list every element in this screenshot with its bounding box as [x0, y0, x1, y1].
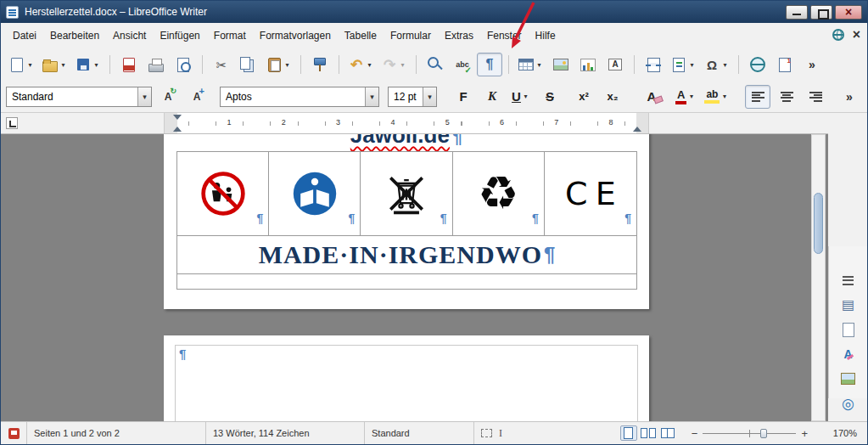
chevron-down-icon[interactable] [398, 61, 407, 69]
gallery-tab[interactable] [835, 370, 862, 387]
undo-button[interactable] [345, 53, 377, 76]
save-status[interactable] [1, 422, 26, 444]
insert-chart-button[interactable] [575, 53, 601, 76]
zoom-out-icon[interactable] [692, 427, 698, 440]
symbol-weee-crossed-out-bin[interactable]: ¶ [361, 152, 452, 235]
menu-item-extras[interactable]: Extras [438, 25, 480, 46]
italic-button[interactable]: K [479, 85, 505, 109]
spelling-button[interactable] [450, 53, 475, 76]
menu-item-einfügen[interactable]: Einfügen [153, 25, 206, 46]
font-name-value[interactable]: Aptos [221, 87, 365, 106]
toolbar-overflow-button[interactable] [799, 53, 825, 76]
document-page-1[interactable]: Jawoll.de¶ ¶ [164, 134, 649, 309]
properties-tab[interactable] [835, 296, 862, 313]
formatbar-overflow-button[interactable] [837, 85, 862, 109]
horizontal-ruler[interactable]: 12345678 [1, 113, 828, 134]
superscript-button[interactable]: x² [571, 85, 596, 109]
copy-button[interactable] [236, 53, 261, 76]
insert-special-character-button[interactable] [701, 53, 732, 76]
bold-button[interactable]: F [451, 85, 476, 109]
highlight-color-button[interactable]: ab [702, 85, 731, 109]
insert-table-button[interactable] [515, 53, 546, 76]
clone-formatting-button[interactable] [307, 53, 333, 76]
close-button[interactable] [835, 5, 862, 20]
clear-formatting-button[interactable]: A [639, 85, 664, 109]
document-canvas[interactable]: Jawoll.de¶ ¶ [1, 134, 828, 421]
page-count-status[interactable]: Seiten 1 und 2 von 2 [27, 422, 205, 444]
page-style-status[interactable]: Standard [365, 422, 473, 444]
insert-field-button[interactable] [668, 53, 699, 76]
paste-button[interactable] [263, 53, 294, 76]
chevron-down-icon[interactable] [687, 61, 697, 69]
sidebar-settings-tab[interactable] [835, 272, 862, 289]
selection-mode-icon[interactable] [481, 429, 492, 437]
multi-page-view-button[interactable] [640, 425, 657, 441]
align-center-button[interactable] [774, 85, 799, 109]
print-button[interactable] [143, 53, 169, 76]
ruler-strip[interactable]: 12345678 [164, 113, 649, 133]
print-preview-button[interactable] [171, 53, 196, 76]
zoom-in-icon[interactable] [801, 427, 808, 440]
symbol-ce-mark[interactable]: CE ¶ [545, 152, 636, 235]
menu-item-formular[interactable]: Formular [384, 25, 438, 46]
chevron-down-icon[interactable] [137, 87, 151, 106]
insert-textbox-button[interactable] [602, 53, 628, 76]
scrollbar-thumb[interactable] [814, 193, 823, 254]
chevron-down-icon[interactable] [283, 61, 292, 69]
vertical-scrollbar[interactable] [811, 134, 826, 421]
chevron-down-icon[interactable] [720, 61, 730, 69]
subscript-button[interactable]: x₂ [600, 85, 625, 109]
page-tab[interactable] [835, 321, 862, 338]
chevron-down-icon[interactable] [535, 61, 544, 69]
symbol-recycling[interactable]: ♻ ¶ [453, 152, 545, 235]
font-name-combobox[interactable]: Aptos [220, 87, 379, 107]
align-left-button[interactable] [745, 85, 770, 109]
insert-hyperlink-button[interactable] [745, 53, 770, 76]
zoom-level[interactable]: 170% [816, 422, 867, 444]
menu-item-datei[interactable]: Datei [6, 25, 43, 46]
paragraph-style-value[interactable]: Standard [7, 87, 137, 106]
align-right-button[interactable] [803, 85, 828, 109]
zoom-slider-thumb[interactable] [760, 429, 767, 438]
save-button[interactable] [72, 53, 104, 76]
menu-item-tabelle[interactable]: Tabelle [338, 25, 384, 46]
chevron-down-icon[interactable] [25, 61, 35, 69]
font-size-combobox[interactable]: 12 pt [388, 87, 437, 107]
single-page-view-button[interactable] [620, 425, 637, 441]
symbol-no-children-under-3[interactable]: ¶ [177, 152, 269, 235]
restore-button[interactable] [810, 5, 832, 20]
globe-icon[interactable] [832, 29, 844, 41]
menu-item-hilfe[interactable]: Hilfe [529, 25, 563, 46]
zoom-slider[interactable] [703, 428, 796, 439]
minimize-button[interactable] [786, 5, 808, 20]
chevron-down-icon[interactable] [365, 87, 378, 106]
menu-item-format[interactable]: Format [207, 25, 253, 46]
export-pdf-button[interactable] [116, 53, 142, 76]
new-style-button[interactable] [184, 85, 210, 109]
font-color-button[interactable]: A [673, 85, 698, 109]
formatting-marks-button[interactable] [477, 53, 502, 76]
menu-item-fenster[interactable]: Fenster [480, 25, 529, 46]
paragraph-style-combobox[interactable]: Standard [6, 87, 152, 107]
new-document-button[interactable] [6, 53, 37, 76]
chevron-down-icon[interactable] [686, 93, 696, 100]
strikethrough-button[interactable]: S [537, 85, 563, 109]
insert-page-break-button[interactable] [641, 53, 666, 76]
chevron-down-icon[interactable] [521, 93, 530, 100]
menu-item-ansicht[interactable]: Ansicht [106, 25, 153, 46]
chevron-down-icon[interactable] [423, 87, 436, 106]
close-document-icon[interactable] [853, 27, 860, 42]
chevron-down-icon[interactable] [365, 61, 374, 69]
menu-item-bearbeiten[interactable]: Bearbeiten [43, 25, 106, 46]
document-page-2[interactable]: ¶ [164, 335, 649, 421]
tab-stop-selector[interactable] [6, 117, 18, 129]
word-count-status[interactable]: 13 Wörter, 114 Zeichen [206, 422, 364, 444]
symbol-read-instructions[interactable]: ¶ [269, 152, 361, 235]
insert-footnote-button[interactable] [772, 53, 798, 76]
insert-image-button[interactable] [548, 53, 574, 76]
selection-mode-status[interactable] [474, 422, 534, 444]
styles-tab[interactable] [835, 346, 862, 363]
chevron-down-icon[interactable] [59, 61, 68, 69]
find-replace-button[interactable] [423, 53, 448, 76]
update-style-button[interactable] [155, 85, 181, 109]
